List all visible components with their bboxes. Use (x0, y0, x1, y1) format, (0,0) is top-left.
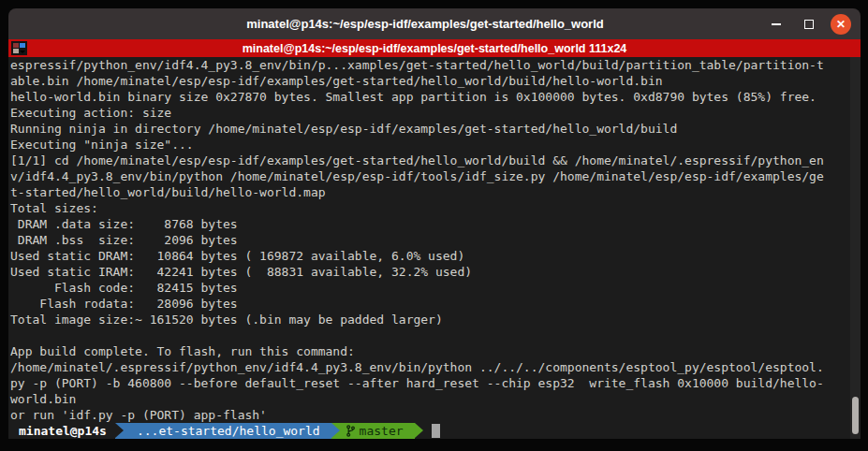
terminal-line: Total image size:~ 161520 bytes (.bin ma… (10, 312, 861, 327)
terminal-line: /home/minatel/.espressif/python_env/idf4… (10, 359, 861, 375)
terminal-output: espressif/python_env/idf4.4_py3.8_env/bi… (10, 57, 861, 423)
prompt-user-segment: minatel@p14s (10, 423, 115, 439)
terminal-screen[interactable]: espressif/python_env/idf4.4_py3.8_env/bi… (8, 57, 861, 439)
window-title: minatel@p14s:~/esp/esp-idf/examples/get-… (93, 17, 758, 31)
git-branch-name: master (360, 423, 404, 439)
minimize-icon (772, 23, 781, 25)
prompt-git-segment: master (340, 423, 415, 439)
terminal-menu-icon[interactable] (11, 41, 27, 55)
terminal-line: t-started/hello_world/build/hello-world.… (10, 184, 861, 200)
maximize-icon (804, 20, 814, 29)
git-branch-icon (346, 425, 355, 437)
terminal-line: Used static IRAM: 42241 bytes ( 88831 av… (10, 264, 861, 280)
icon-square-grey (13, 49, 19, 53)
close-button[interactable]: ✕ (831, 14, 851, 35)
xterm-title-text: minatel@p14s:~/esp/esp-idf/examples/get-… (243, 42, 627, 55)
icon-dropdown-arrow (20, 49, 25, 53)
maximize-button[interactable] (798, 13, 820, 36)
terminal-line: Flash rodata: 28096 bytes (10, 296, 861, 312)
terminal-window: minatel@p14s:~/esp/esp-idf/examples/get-… (8, 8, 861, 439)
powerline-separator (115, 423, 124, 439)
scrollbar-thumb[interactable] (852, 397, 859, 434)
terminal-cursor (432, 424, 440, 438)
window-titlebar[interactable]: minatel@p14s:~/esp/esp-idf/examples/get-… (8, 8, 861, 39)
terminal-line: Total sizes: (10, 200, 861, 216)
terminal-scrollbar[interactable] (850, 57, 861, 439)
terminal-line: DRAM .bss size: 2096 bytes (10, 232, 861, 248)
terminal-line: or run 'idf.py -p (PORT) app-flash' (10, 407, 861, 423)
terminal-line: Used static DRAM: 10864 bytes ( 169872 a… (10, 248, 861, 264)
terminal-line: hello-world.bin binary size 0x27870 byte… (10, 89, 861, 105)
terminal-line: Running ninja in directory /home/minatel… (10, 121, 861, 137)
terminal-line: Executing action: size (10, 105, 861, 121)
terminal-line: DRAM .data size: 8768 bytes (10, 216, 861, 232)
xterm-title-bar: minatel@p14s:~/esp/esp-idf/examples/get-… (8, 39, 861, 57)
terminal-line: world.bin (10, 391, 861, 407)
icon-square-blue (20, 43, 25, 48)
shell-prompt: minatel@p14s ...et-started/hello_world m… (10, 423, 861, 439)
powerline-separator (415, 423, 423, 439)
terminal-line: espressif/python_env/idf4.4_py3.8_env/bi… (10, 57, 861, 73)
prompt-path-segment: ...et-started/hello_world (124, 423, 331, 439)
terminal-line: Executing "ninja size"... (10, 137, 861, 153)
terminal-line: [1/1] cd /home/minatel/esp/esp-idf/examp… (10, 153, 861, 168)
icon-square-red (13, 43, 19, 48)
terminal-line: Flash code: 82415 bytes (10, 280, 861, 296)
terminal-line: App build complete. To flash, run this c… (10, 343, 861, 359)
terminal-line: able.bin /home/minatel/esp/esp-idf/examp… (10, 73, 861, 89)
terminal-line: v/idf4.4_py3.8_env/bin/python /home/mina… (10, 168, 861, 184)
minimize-button[interactable] (765, 13, 787, 36)
terminal-line (10, 327, 861, 343)
close-icon: ✕ (836, 19, 846, 30)
terminal-line: py -p (PORT) -b 460800 --before default_… (10, 375, 861, 391)
powerline-separator (331, 423, 340, 439)
window-controls: ✕ (765, 8, 851, 39)
